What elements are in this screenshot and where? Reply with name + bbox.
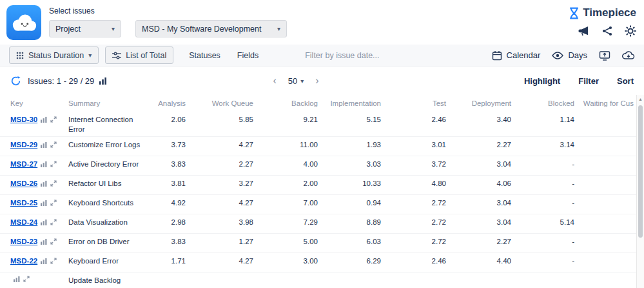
column-header[interactable]: Blocked	[514, 99, 577, 107]
duration-value: 6.29	[320, 256, 384, 266]
duration-value: 2.98	[156, 218, 188, 227]
issue-date-filter-input[interactable]	[305, 51, 415, 60]
issue-key-link[interactable]: MSD-24	[10, 218, 37, 227]
fields-button[interactable]: Fields	[236, 51, 260, 60]
duration-value: 3.04	[449, 159, 514, 169]
table-row: MSD-26 Refactor UI Libs 3.813.272.0010.3…	[0, 176, 644, 195]
column-header[interactable]: Deployment	[449, 99, 514, 107]
chevron-down-icon: ▾	[300, 77, 304, 85]
issue-key-link[interactable]: MSD-29	[10, 140, 37, 150]
issue-summary: Keyboard Error	[68, 256, 156, 266]
top-bar: Select issues Project ▾ MSD - My Softwar…	[0, 0, 644, 45]
prev-page-button[interactable]: ‹	[273, 76, 277, 86]
duration-value: 2.46	[384, 115, 449, 125]
duration-value: 3.73	[156, 140, 188, 150]
table-row: MSD-25 Keyboard Shortcuts 4.924.277.000.…	[0, 195, 644, 214]
issue-key-link[interactable]: MSD-23	[10, 237, 37, 247]
duration-value: 4.00	[256, 159, 320, 169]
sort-button[interactable]: Sort	[617, 76, 634, 86]
list-of-total-label: List of Total	[126, 51, 166, 60]
expand-icon[interactable]	[50, 161, 57, 167]
days-toggle[interactable]: Days	[552, 50, 587, 60]
duration-value: 5.00	[256, 237, 320, 247]
scrollbar-thumb[interactable]	[638, 105, 643, 238]
scroll-up-arrow-icon[interactable]: ▲	[637, 95, 644, 101]
duration-value: 4.27	[188, 198, 256, 208]
duration-value: 2.27	[188, 159, 256, 169]
table-row: MSD-23 Error on DB Driver 3.831.275.006.…	[0, 234, 644, 253]
statuses-button[interactable]: Statuses	[188, 51, 222, 60]
column-header[interactable]: Key	[10, 99, 68, 107]
expand-icon[interactable]	[50, 180, 57, 187]
duration-value: 5.14	[514, 218, 577, 227]
bar-chart-icon[interactable]	[99, 77, 106, 85]
bar-chart-icon[interactable]	[41, 200, 47, 206]
duration-value: 3.03	[320, 159, 384, 169]
share-icon[interactable]	[601, 25, 613, 37]
expand-icon[interactable]	[50, 238, 57, 245]
column-header[interactable]: Waiting for Cus	[577, 99, 636, 107]
bar-chart-icon[interactable]	[41, 141, 47, 148]
bar-chart-icon[interactable]	[41, 116, 47, 123]
gear-icon[interactable]	[624, 25, 636, 37]
table-header-row: KeySummaryAnalysisWork QueueBacklogImple…	[0, 95, 644, 112]
duration-value: 3.00	[256, 256, 320, 266]
duration-value: -	[514, 198, 577, 208]
duration-value: 1.71	[156, 256, 188, 266]
brand-logo: Timepiece	[569, 6, 636, 19]
column-header[interactable]: Implementation	[320, 99, 384, 107]
duration-value: 2.72	[384, 218, 449, 227]
scope-select[interactable]: Project ▾	[49, 20, 121, 37]
filter-button[interactable]: Filter	[578, 76, 599, 86]
highlight-button[interactable]: Highlight	[524, 76, 560, 86]
column-header[interactable]: Work Queue	[188, 99, 256, 107]
expand-icon[interactable]	[50, 200, 57, 206]
duration-value: 2.27	[449, 237, 514, 247]
duration-value: 3.83	[156, 159, 188, 169]
expand-icon[interactable]	[50, 219, 57, 225]
issue-key-link[interactable]: MSD-22	[10, 256, 37, 266]
status-duration-button[interactable]: Status Duration ▾	[9, 46, 99, 64]
calendar-label: Calendar	[507, 50, 541, 60]
table-row: MSD-24 Data Visualization 2.983.987.298.…	[0, 214, 644, 234]
column-header[interactable]: Analysis	[156, 99, 188, 107]
column-header[interactable]: Summary	[68, 99, 156, 107]
bar-chart-icon[interactable]	[14, 276, 20, 282]
column-header[interactable]: Test	[384, 99, 449, 107]
page-size-select[interactable]: 50 ▾	[288, 76, 304, 86]
calendar-toggle[interactable]: Calendar	[492, 50, 541, 61]
bar-chart-icon[interactable]	[41, 219, 47, 225]
refresh-icon[interactable]	[10, 75, 22, 87]
issue-summary: Data Visualization	[68, 218, 156, 227]
next-page-button[interactable]: ›	[315, 76, 318, 86]
expand-icon[interactable]	[50, 141, 57, 148]
issue-scope-block: Select issues Project ▾ MSD - My Softwar…	[49, 5, 287, 37]
expand-icon[interactable]	[23, 276, 30, 282]
duration-value: 3.04	[449, 218, 514, 227]
bar-chart-icon[interactable]	[41, 161, 47, 167]
project-select[interactable]: MSD - My Software Development ▾	[135, 20, 287, 37]
issue-key-link[interactable]: MSD-27	[10, 159, 37, 169]
export-icon[interactable]	[599, 50, 610, 61]
column-header[interactable]: Backlog	[256, 99, 320, 107]
bar-chart-icon[interactable]	[41, 180, 47, 187]
duration-value: 0.94	[320, 198, 384, 208]
cloud-download-icon[interactable]	[622, 50, 635, 60]
days-label: Days	[568, 50, 587, 60]
expand-icon[interactable]	[50, 116, 57, 123]
issue-key-link[interactable]: MSD-26	[10, 179, 37, 189]
issue-key-link[interactable]: MSD-25	[10, 198, 37, 208]
duration-value: 4.40	[449, 256, 514, 266]
duration-value: 3.83	[156, 237, 188, 247]
list-of-total-button[interactable]: List of Total	[105, 46, 173, 64]
duration-value: 4.92	[156, 198, 188, 208]
issue-key-link[interactable]: MSD-30	[10, 115, 37, 125]
vertical-scrollbar[interactable]: ▲	[636, 95, 644, 288]
duration-value: 9.21	[256, 115, 320, 125]
megaphone-icon[interactable]	[578, 25, 590, 37]
chevron-down-icon: ▾	[277, 25, 280, 32]
bar-chart-icon[interactable]	[41, 238, 47, 245]
duration-value: 6.03	[320, 237, 384, 247]
bar-chart-icon[interactable]	[41, 258, 47, 264]
expand-icon[interactable]	[50, 258, 57, 264]
